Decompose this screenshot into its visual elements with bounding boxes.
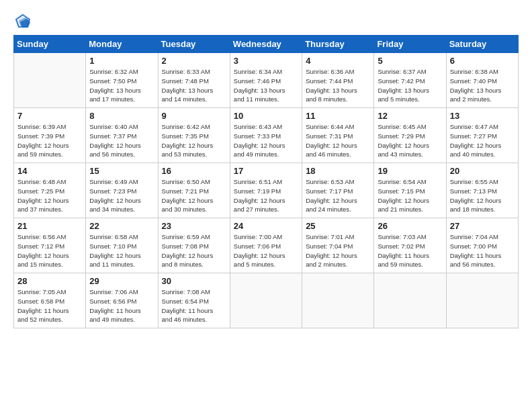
day-cell: 27Sunrise: 7:04 AM Sunset: 7:00 PM Dayli… <box>446 218 518 273</box>
day-number: 19 <box>378 166 442 176</box>
day-number: 30 <box>162 276 226 286</box>
col-header-friday: Friday <box>374 36 446 53</box>
day-number: 25 <box>306 221 370 231</box>
day-cell: 23Sunrise: 6:59 AM Sunset: 7:08 PM Dayli… <box>158 218 230 273</box>
header-row: SundayMondayTuesdayWednesdayThursdayFrid… <box>14 36 519 53</box>
day-number: 22 <box>89 221 154 231</box>
day-info: Sunrise: 6:56 AM Sunset: 7:12 PM Dayligh… <box>17 232 82 269</box>
week-row-0: 1Sunrise: 6:32 AM Sunset: 7:50 PM Daylig… <box>14 53 519 108</box>
day-cell: 16Sunrise: 6:50 AM Sunset: 7:21 PM Dayli… <box>158 163 230 218</box>
calendar-table: SundayMondayTuesdayWednesdayThursdayFrid… <box>13 35 519 328</box>
day-cell: 18Sunrise: 6:53 AM Sunset: 7:17 PM Dayli… <box>302 163 374 218</box>
day-info: Sunrise: 7:06 AM Sunset: 6:56 PM Dayligh… <box>89 287 154 324</box>
logo <box>13 12 35 31</box>
day-info: Sunrise: 6:33 AM Sunset: 7:48 PM Dayligh… <box>162 67 226 104</box>
day-number: 18 <box>306 166 370 176</box>
day-number: 2 <box>162 56 226 66</box>
day-number: 8 <box>89 111 154 121</box>
day-cell: 13Sunrise: 6:47 AM Sunset: 7:27 PM Dayli… <box>446 108 518 163</box>
day-number: 14 <box>17 166 82 176</box>
day-info: Sunrise: 6:44 AM Sunset: 7:31 PM Dayligh… <box>306 122 370 159</box>
day-info: Sunrise: 6:38 AM Sunset: 7:40 PM Dayligh… <box>450 67 515 104</box>
day-cell: 20Sunrise: 6:55 AM Sunset: 7:13 PM Dayli… <box>446 163 518 218</box>
day-number: 26 <box>378 221 442 231</box>
week-row-2: 14Sunrise: 6:48 AM Sunset: 7:25 PM Dayli… <box>14 163 519 218</box>
day-cell: 17Sunrise: 6:51 AM Sunset: 7:19 PM Dayli… <box>230 163 302 218</box>
day-number: 28 <box>17 276 82 286</box>
day-cell: 7Sunrise: 6:39 AM Sunset: 7:39 PM Daylig… <box>14 108 86 163</box>
day-cell: 10Sunrise: 6:43 AM Sunset: 7:33 PM Dayli… <box>230 108 302 163</box>
day-number: 7 <box>17 111 82 121</box>
day-info: Sunrise: 6:49 AM Sunset: 7:23 PM Dayligh… <box>89 177 154 214</box>
day-info: Sunrise: 6:59 AM Sunset: 7:08 PM Dayligh… <box>162 232 226 269</box>
day-number: 27 <box>450 221 515 231</box>
day-cell: 12Sunrise: 6:45 AM Sunset: 7:29 PM Dayli… <box>374 108 446 163</box>
day-number: 21 <box>17 221 82 231</box>
day-cell: 19Sunrise: 6:54 AM Sunset: 7:15 PM Dayli… <box>374 163 446 218</box>
day-cell: 11Sunrise: 6:44 AM Sunset: 7:31 PM Dayli… <box>302 108 374 163</box>
day-cell <box>374 273 446 328</box>
day-number: 10 <box>234 111 298 121</box>
day-info: Sunrise: 7:05 AM Sunset: 6:58 PM Dayligh… <box>17 287 82 324</box>
day-info: Sunrise: 6:54 AM Sunset: 7:15 PM Dayligh… <box>378 177 442 214</box>
day-number: 20 <box>450 166 515 176</box>
day-info: Sunrise: 7:00 AM Sunset: 7:06 PM Dayligh… <box>234 232 298 269</box>
day-cell: 25Sunrise: 7:01 AM Sunset: 7:04 PM Dayli… <box>302 218 374 273</box>
day-info: Sunrise: 6:50 AM Sunset: 7:21 PM Dayligh… <box>162 177 226 214</box>
day-number: 9 <box>162 111 226 121</box>
day-info: Sunrise: 6:43 AM Sunset: 7:33 PM Dayligh… <box>234 122 298 159</box>
day-cell: 29Sunrise: 7:06 AM Sunset: 6:56 PM Dayli… <box>86 273 158 328</box>
day-cell: 26Sunrise: 7:03 AM Sunset: 7:02 PM Dayli… <box>374 218 446 273</box>
day-cell: 6Sunrise: 6:38 AM Sunset: 7:40 PM Daylig… <box>446 53 518 108</box>
day-cell: 2Sunrise: 6:33 AM Sunset: 7:48 PM Daylig… <box>158 53 230 108</box>
day-number: 13 <box>450 111 515 121</box>
day-number: 15 <box>89 166 154 176</box>
day-info: Sunrise: 7:08 AM Sunset: 6:54 PM Dayligh… <box>162 287 226 324</box>
col-header-wednesday: Wednesday <box>230 36 302 53</box>
day-cell: 4Sunrise: 6:36 AM Sunset: 7:44 PM Daylig… <box>302 53 374 108</box>
day-cell <box>446 273 518 328</box>
day-cell <box>14 53 86 108</box>
day-info: Sunrise: 6:32 AM Sunset: 7:50 PM Dayligh… <box>89 67 154 104</box>
week-row-4: 28Sunrise: 7:05 AM Sunset: 6:58 PM Dayli… <box>14 273 519 328</box>
day-cell: 15Sunrise: 6:49 AM Sunset: 7:23 PM Dayli… <box>86 163 158 218</box>
day-number: 29 <box>89 276 154 286</box>
day-number: 11 <box>306 111 370 121</box>
day-cell: 3Sunrise: 6:34 AM Sunset: 7:46 PM Daylig… <box>230 53 302 108</box>
col-header-monday: Monday <box>86 36 158 53</box>
day-number: 5 <box>378 56 442 66</box>
day-info: Sunrise: 6:55 AM Sunset: 7:13 PM Dayligh… <box>450 177 515 214</box>
header <box>13 12 519 31</box>
week-row-3: 21Sunrise: 6:56 AM Sunset: 7:12 PM Dayli… <box>14 218 519 273</box>
day-number: 3 <box>234 56 298 66</box>
day-cell: 30Sunrise: 7:08 AM Sunset: 6:54 PM Dayli… <box>158 273 230 328</box>
day-cell: 5Sunrise: 6:37 AM Sunset: 7:42 PM Daylig… <box>374 53 446 108</box>
day-cell <box>230 273 302 328</box>
day-number: 24 <box>234 221 298 231</box>
day-cell: 9Sunrise: 6:42 AM Sunset: 7:35 PM Daylig… <box>158 108 230 163</box>
day-cell: 24Sunrise: 7:00 AM Sunset: 7:06 PM Dayli… <box>230 218 302 273</box>
day-info: Sunrise: 7:01 AM Sunset: 7:04 PM Dayligh… <box>306 232 370 269</box>
col-header-thursday: Thursday <box>302 36 374 53</box>
day-number: 17 <box>234 166 298 176</box>
col-header-saturday: Saturday <box>446 36 518 53</box>
day-cell: 1Sunrise: 6:32 AM Sunset: 7:50 PM Daylig… <box>86 53 158 108</box>
day-info: Sunrise: 6:48 AM Sunset: 7:25 PM Dayligh… <box>17 177 82 214</box>
day-info: Sunrise: 6:47 AM Sunset: 7:27 PM Dayligh… <box>450 122 515 159</box>
day-info: Sunrise: 6:39 AM Sunset: 7:39 PM Dayligh… <box>17 122 82 159</box>
day-number: 23 <box>162 221 226 231</box>
day-cell: 28Sunrise: 7:05 AM Sunset: 6:58 PM Dayli… <box>14 273 86 328</box>
day-cell: 14Sunrise: 6:48 AM Sunset: 7:25 PM Dayli… <box>14 163 86 218</box>
day-info: Sunrise: 6:37 AM Sunset: 7:42 PM Dayligh… <box>378 67 442 104</box>
col-header-tuesday: Tuesday <box>158 36 230 53</box>
day-info: Sunrise: 6:58 AM Sunset: 7:10 PM Dayligh… <box>89 232 154 269</box>
day-info: Sunrise: 6:51 AM Sunset: 7:19 PM Dayligh… <box>234 177 298 214</box>
day-cell: 21Sunrise: 6:56 AM Sunset: 7:12 PM Dayli… <box>14 218 86 273</box>
week-row-1: 7Sunrise: 6:39 AM Sunset: 7:39 PM Daylig… <box>14 108 519 163</box>
day-info: Sunrise: 6:53 AM Sunset: 7:17 PM Dayligh… <box>306 177 370 214</box>
day-info: Sunrise: 6:40 AM Sunset: 7:37 PM Dayligh… <box>89 122 154 159</box>
day-info: Sunrise: 7:03 AM Sunset: 7:02 PM Dayligh… <box>378 232 442 269</box>
day-info: Sunrise: 6:45 AM Sunset: 7:29 PM Dayligh… <box>378 122 442 159</box>
page: SundayMondayTuesdayWednesdayThursdayFrid… <box>0 0 532 411</box>
day-cell: 22Sunrise: 6:58 AM Sunset: 7:10 PM Dayli… <box>86 218 158 273</box>
